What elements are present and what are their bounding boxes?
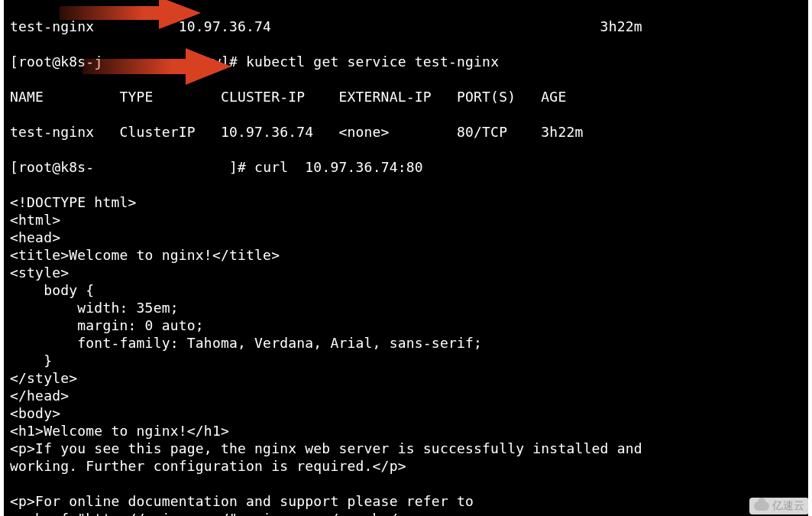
output-line: <a href="http://nginx.org/">nginx.org</a… (10, 510, 802, 516)
prompt-line: [root@k8s-j new]# kubectl get service te… (10, 53, 802, 70)
prompt-suffix: ]# (229, 159, 254, 175)
terminal[interactable]: test-nginx 10.97.36.74 3h22m [root@k8s-j… (4, 0, 808, 516)
watermark-text: 亿速云 (772, 499, 804, 513)
output-line: <title>Welcome to nginx!</title> (10, 246, 802, 264)
output-line (10, 475, 802, 492)
output-line: width: 35em; (10, 299, 802, 316)
output-line: body { (10, 281, 802, 299)
watermark: 亿速云 (749, 498, 809, 514)
prompt-line: [root@k8s- ]# curl 10.97.36.74:80 (10, 158, 802, 176)
output-line: } (10, 352, 802, 369)
output-line: <p>If you see this page, the nginx web s… (10, 440, 802, 457)
prompt-host: [root@k8s- (10, 54, 94, 70)
output-line: <head> (10, 229, 802, 246)
output-line: </style> (10, 369, 802, 387)
cloud-icon (754, 500, 769, 512)
table-row: test-nginx ClusterIP 10.97.36.74 <none> … (10, 123, 802, 141)
output-line: working. Further configuration is requir… (10, 457, 802, 475)
output-line: <body> (10, 404, 802, 422)
output-line: margin: 0 auto; (10, 316, 802, 334)
prompt-open: [ (10, 159, 18, 175)
table-header: NAME TYPE CLUSTER-IP EXTERNAL-IP PORT(S)… (10, 88, 802, 105)
command: kubectl get service test-nginx (246, 54, 499, 70)
prompt-suffix: new]# (196, 54, 246, 70)
output-line: <html> (10, 211, 802, 229)
output-line: <!DOCTYPE html> (10, 193, 802, 211)
right-margin (808, 0, 812, 516)
output-line: </head> (10, 387, 802, 404)
curl-output: <!DOCTYPE html><html><head><title>Welcom… (10, 193, 802, 516)
output-line: font-family: Tahoma, Verdana, Arial, san… (10, 334, 802, 352)
output-line: <style> (10, 264, 802, 281)
output-line: test-nginx 10.97.36.74 3h22m (10, 18, 802, 35)
command: curl 10.97.36.74:80 (254, 159, 423, 175)
output-line: <h1>Welcome to nginx!</h1> (10, 422, 802, 440)
output-line: <p>For online documentation and support … (10, 492, 802, 510)
